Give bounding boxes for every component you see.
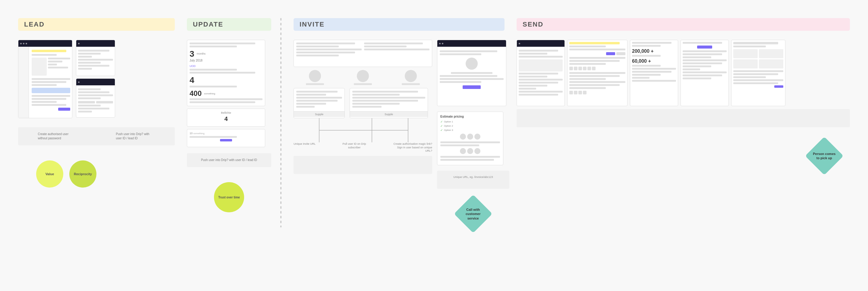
lead-mockup-area — [18, 40, 175, 118]
section-lead: LEAD — [18, 18, 175, 227]
trust-badge: Trust over time — [214, 182, 244, 212]
section-divider — [280, 18, 281, 227]
lead-desc-right: Push user into Drip? with user ID / lead… — [116, 132, 155, 141]
update-header: UPDATE — [187, 18, 271, 31]
invite-mockup-supple1: Supple — [293, 88, 345, 118]
trust-badge-label: Trust over time — [218, 196, 240, 199]
invite-header: INVITE — [293, 18, 504, 31]
update-mockup-main: 3 months July 2018 UOD 4 400 — [187, 40, 265, 106]
connector-label-3: Create authorisation magic link? Sign in… — [393, 142, 432, 153]
lead-mockup-left — [18, 40, 72, 118]
send-gray-area — [517, 109, 850, 127]
check-icon-1: ✓ — [440, 120, 443, 123]
send-header: SEND — [517, 18, 850, 31]
check-icon-3: ✓ — [440, 128, 443, 132]
main-container: LEAD — [0, 0, 868, 239]
lead-desc-area: Create authorised user without password … — [18, 127, 175, 145]
estimate-text-2: Option 2 — [444, 124, 453, 127]
invite-badge: Call with customer service — [437, 200, 509, 227]
value-badge: Value — [36, 161, 63, 187]
lead-badges: Value Reciprocity — [18, 161, 175, 187]
unique-url-label: Unique URL, eg. /invoice/abc123 — [442, 175, 504, 179]
lead-header: LEAD — [18, 18, 175, 31]
invite-mockup-supple2: Supple — [350, 88, 428, 118]
value-badge-label: Value — [45, 172, 54, 176]
invite-supple1-label: Supple — [315, 113, 323, 116]
invite-connector-labels: Unique Invite URL Pull user ID on Drip s… — [293, 142, 432, 153]
update-desc-area: Push user into Drip? with user ID / lead… — [187, 153, 271, 167]
update-badges: Trust over time — [187, 182, 271, 212]
estimate-avatars-2 — [440, 148, 500, 154]
connector-label-1: Unique Invite URL — [293, 142, 315, 146]
update-mockup-metrics: 10 something — [187, 129, 265, 147]
send-mockup-1 — [517, 40, 565, 106]
section-invite: INVITE — [293, 18, 504, 227]
estimate-avatars — [440, 134, 500, 140]
reciprocity-badge: Reciprocity — [69, 161, 96, 187]
check-icon-2: ✓ — [440, 124, 443, 127]
call-customer-badge-label: Call with customer service — [460, 206, 487, 222]
person-pickup-badge: Person comes to pick up — [805, 137, 843, 175]
estimate-text-3: Option 3 — [444, 129, 453, 132]
section-send: SEND — [517, 18, 850, 227]
send-mockup-3: 200,000 + 60,000 + — [630, 40, 678, 106]
estimate-row-1: ✓ Option 1 — [440, 120, 500, 123]
estimate-row-2: ✓ Option 2 — [440, 124, 500, 127]
call-customer-badge: Call with customer service — [454, 195, 492, 233]
estimate-pricing-title: Estimate pricing — [440, 115, 500, 118]
lead-desc-bottom: Create authorised user without password — [38, 132, 77, 141]
section-update: UPDATE 3 months July 2018 UOD — [187, 18, 271, 227]
connector-label-2: Pull user ID on Drip subscriber — [338, 142, 371, 149]
invite-supple2-label: Supple — [384, 113, 393, 116]
send-mockups: 200,000 + 60,000 + — [517, 40, 850, 106]
invite-connectors — [293, 118, 432, 142]
invite-mockup-right — [437, 40, 506, 106]
send-mockup-2 — [567, 40, 627, 106]
update-mockup-desc: Belilchie 4 — [187, 109, 265, 127]
invite-right: Estimate pricing ✓ Option 1 ✓ Option 2 ✓… — [437, 40, 509, 227]
estimate-pricing: Estimate pricing ✓ Option 1 ✓ Option 2 ✓… — [437, 112, 503, 165]
invite-supple-mockups: Supple — [293, 88, 432, 118]
send-mockup-5 — [731, 40, 785, 106]
invite-avatars — [293, 70, 432, 85]
send-mockup-4 — [681, 40, 729, 106]
lead-mockup-right-top — [76, 40, 115, 76]
invite-gray-left — [293, 156, 432, 174]
update-desc-text: Push user into Drip? with user ID / lead… — [192, 158, 267, 162]
reciprocity-badge-label: Reciprocity — [74, 172, 92, 176]
person-pickup-badge-label: Person comes to pick up — [811, 150, 838, 162]
invite-left: Supple — [293, 40, 432, 227]
invite-gray-right: Unique URL, eg. /invoice/abc123 — [437, 171, 509, 189]
lead-mockup-right-bottom — [76, 79, 115, 118]
estimate-text-1: Option 1 — [444, 120, 453, 123]
send-badge: Person comes to pick up — [517, 142, 850, 170]
invite-mockup-top — [293, 40, 432, 67]
estimate-row-3: ✓ Option 3 — [440, 128, 500, 132]
update-mockup-area: 3 months July 2018 UOD 4 400 — [187, 40, 271, 147]
invite-content: Supple — [293, 40, 504, 227]
